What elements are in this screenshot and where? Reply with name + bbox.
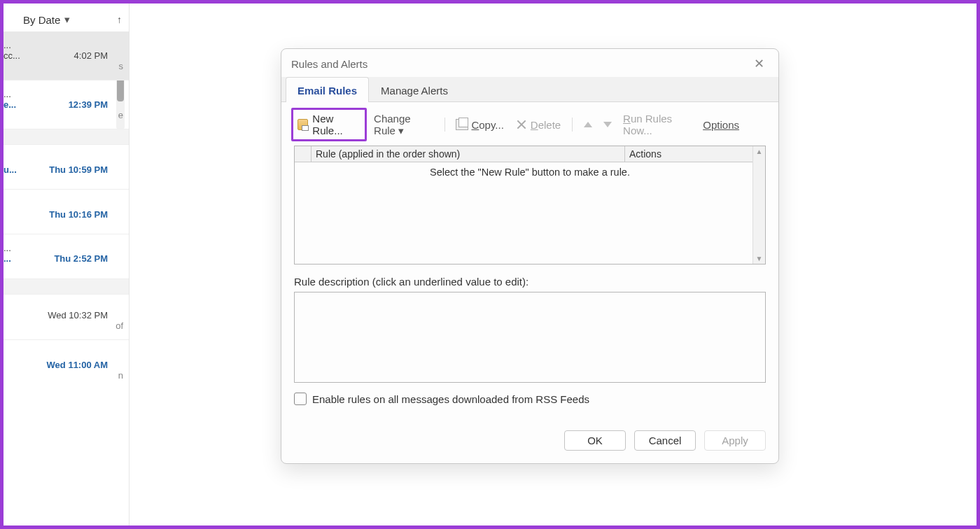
scroll-up-icon[interactable]: ▲ [756, 148, 763, 155]
rss-checkbox-row[interactable]: Enable rules on all messages downloaded … [294, 393, 766, 405]
scroll-down-icon[interactable]: ▼ [756, 255, 763, 262]
toolbar-separator [572, 118, 573, 132]
dialog-tabs: Email Rules Manage Alerts [281, 77, 778, 102]
new-rule-button[interactable]: New Rule... [291, 108, 367, 141]
rule-column-header[interactable]: Rule (applied in the order shown) [312, 146, 625, 162]
rules-and-alerts-dialog: Rules and Alerts ✕ Email Rules Manage Al… [281, 48, 779, 464]
mail-item[interactable]: ... cc... 4:02 PM s [4, 31, 129, 80]
mail-item[interactable]: ... e... 12:39 PM e [4, 80, 129, 129]
copy-button[interactable]: Copy... [451, 117, 507, 133]
checkbox-column[interactable] [295, 146, 312, 162]
dialog-titlebar: Rules and Alerts ✕ [281, 49, 778, 77]
cancel-button[interactable]: Cancel [634, 430, 696, 451]
chevron-down-icon[interactable]: ▾ [64, 13, 70, 26]
empty-list-message: Select the "New Rule" button to make a r… [430, 167, 630, 178]
toolbar-separator [444, 118, 445, 132]
mail-list-header: By Date ▾ ↑ [4, 3, 129, 31]
rule-description-box[interactable] [294, 292, 766, 383]
list-scrollbar[interactable]: ▲ ▼ [752, 146, 765, 264]
mail-group-header[interactable] [4, 129, 129, 145]
sort-by-date[interactable]: By Date [23, 14, 60, 26]
rss-checkbox[interactable] [294, 393, 307, 405]
arrow-up-icon [584, 122, 592, 127]
dialog-footer: OK Cancel Apply [281, 418, 778, 463]
rule-description-label: Rule description (click an underlined va… [294, 276, 766, 288]
dialog-title: Rules and Alerts [291, 58, 368, 70]
mail-item[interactable]: ... ... Thu 2:52 PM [4, 234, 129, 279]
change-rule-button[interactable]: Change Rule ▾ [370, 111, 438, 139]
rules-list-header: Rule (applied in the order shown) Action… [295, 146, 765, 162]
move-down-button[interactable] [599, 120, 616, 129]
new-rule-icon [298, 119, 308, 130]
run-rules-now-button[interactable]: Run Rules Now... [619, 111, 696, 139]
rules-list-body: Select the "New Rule" button to make a r… [295, 162, 765, 264]
tab-manage-alerts[interactable]: Manage Alerts [369, 77, 460, 102]
dialog-toolbar: New Rule... Change Rule ▾ Copy... Delete… [281, 102, 778, 146]
move-up-button[interactable] [580, 120, 596, 129]
sort-ascending-icon[interactable]: ↑ [117, 14, 122, 25]
delete-icon [515, 119, 528, 130]
rss-checkbox-label: Enable rules on all messages downloaded … [312, 393, 589, 405]
tab-email-rules[interactable]: Email Rules [286, 77, 369, 102]
ok-button[interactable]: OK [564, 430, 626, 451]
arrow-down-icon [603, 122, 612, 127]
delete-button[interactable]: Delete [511, 117, 565, 133]
options-button[interactable]: Options [699, 117, 743, 133]
copy-icon [456, 119, 468, 130]
close-icon[interactable]: ✕ [748, 55, 770, 73]
mail-item[interactable]: Thu 10:16 PM [4, 190, 129, 234]
rules-list: Rule (applied in the order shown) Action… [294, 146, 766, 264]
mail-list-panel: By Date ▾ ↑ ... cc... 4:02 PM s ... e...… [4, 3, 130, 526]
apply-button[interactable]: Apply [704, 430, 766, 451]
mail-item[interactable]: Wed 11:00 AM n [4, 340, 129, 389]
mail-group-header[interactable] [4, 279, 129, 295]
mail-item[interactable]: u... Thu 10:59 PM [4, 145, 129, 190]
mail-item[interactable]: Wed 10:32 PM of [4, 295, 129, 340]
actions-column-header[interactable]: Actions [625, 146, 765, 162]
